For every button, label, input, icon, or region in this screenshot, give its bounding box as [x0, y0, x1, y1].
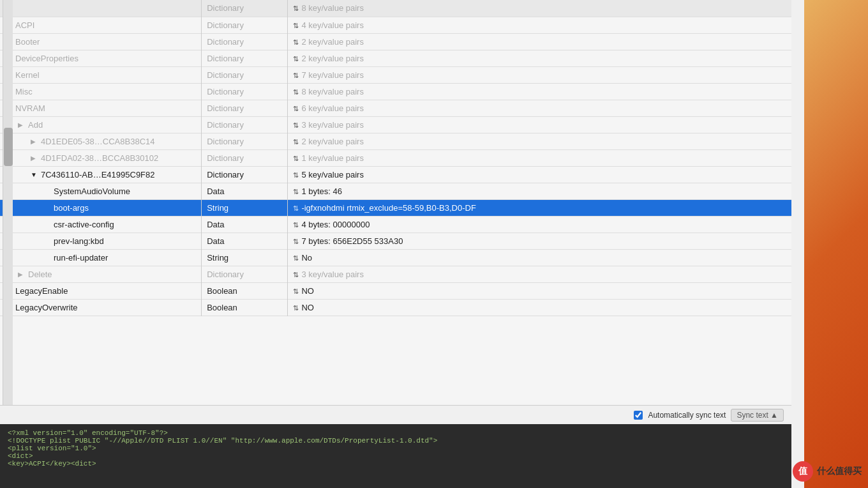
- stepper-icon[interactable]: ⇅: [293, 304, 299, 312]
- value-cell[interactable]: ⇅NO: [288, 282, 791, 299]
- table-row[interactable]: ▶KernelDictionary⇅7 key/value pairs: [0, 66, 791, 83]
- table-row[interactable]: SystemAudioVolumeData⇅1 bytes: 46: [0, 183, 791, 199]
- stepper-icon[interactable]: ⇅: [293, 105, 299, 113]
- value-cell[interactable]: ⇅2 key/value pairs: [288, 33, 791, 50]
- right-decoration: [804, 0, 868, 488]
- type-cell: Dictionary: [202, 66, 288, 83]
- table-row[interactable]: run-efi-updaterString⇅No: [0, 249, 791, 266]
- xml-line: <plist version="1.0">: [8, 445, 784, 452]
- disclosure-icon[interactable]: ▶: [31, 138, 38, 146]
- type-cell: Dictionary: [202, 133, 288, 149]
- table-row[interactable]: ▶4D1EDE05-38…CCA8B38C14Dictionary⇅2 key/…: [0, 133, 791, 149]
- value-cell[interactable]: ⇅1 bytes: 46: [288, 183, 791, 199]
- stepper-icon[interactable]: ⇅: [293, 38, 299, 47]
- table-row[interactable]: ▶DevicePropertiesDictionary⇅2 key/value …: [0, 50, 791, 66]
- key-label: csr-active-config: [54, 220, 114, 229]
- table-row[interactable]: Dictionary⇅8 key/value pairs: [0, 0, 791, 17]
- stepper-icon[interactable]: ⇅: [293, 171, 299, 179]
- value-cell[interactable]: ⇅4 bytes: 00000000: [288, 216, 791, 233]
- table-row[interactable]: ▶AddDictionary⇅3 key/value pairs: [0, 116, 791, 133]
- xml-line: <!DOCTYPE plist PUBLIC "-//Apple//DTD PL…: [8, 437, 784, 445]
- stepper-icon[interactable]: ⇅: [293, 204, 299, 213]
- table-row[interactable]: ▶ACPIDictionary⇅4 key/value pairs: [0, 17, 791, 33]
- type-cell: String: [202, 249, 288, 266]
- stepper-icon[interactable]: ⇅: [293, 155, 299, 163]
- scrollbar-thumb[interactable]: [4, 128, 13, 166]
- table-row[interactable]: ▶DeleteDictionary⇅3 key/value pairs: [0, 266, 791, 282]
- key-cell: ▶4D1EDE05-38…CCA8B38C14: [0, 133, 202, 149]
- watermark-text: 什么值得买: [817, 466, 862, 477]
- key-cell: ▼NVRAM: [0, 100, 202, 116]
- key-label: LegacyOverwrite: [15, 303, 78, 312]
- key-cell: ▶Delete: [0, 266, 202, 282]
- value-label: 1 key/value pairs: [301, 153, 364, 163]
- table-row[interactable]: ▶4D1FDA02-38…BCCA8B30102Dictionary⇅1 key…: [0, 149, 791, 166]
- value-cell[interactable]: ⇅NO: [288, 299, 791, 316]
- value-cell[interactable]: ⇅3 key/value pairs: [288, 116, 791, 133]
- table-row[interactable]: ▼7C436110-AB…E41995C9F82Dictionary⇅5 key…: [0, 166, 791, 183]
- key-label: LegacyEnable: [15, 286, 68, 296]
- stepper-icon[interactable]: ⇅: [293, 121, 299, 130]
- type-cell: Dictionary: [202, 0, 288, 17]
- value-cell[interactable]: ⇅8 key/value pairs: [288, 83, 791, 100]
- sync-checkbox[interactable]: [634, 411, 643, 420]
- key-cell: prev-lang:kbd: [0, 233, 202, 249]
- table-row[interactable]: csr-active-configData⇅4 bytes: 00000000: [0, 216, 791, 233]
- main-container: Dictionary⇅8 key/value pairs▶ACPIDiction…: [0, 0, 804, 488]
- stepper-icon[interactable]: ⇅: [293, 254, 299, 263]
- type-cell: Dictionary: [202, 116, 288, 133]
- value-cell[interactable]: ⇅7 key/value pairs: [288, 66, 791, 83]
- stepper-icon[interactable]: ⇅: [293, 4, 299, 13]
- key-label: Delete: [28, 270, 52, 279]
- value-cell[interactable]: ⇅2 key/value pairs: [288, 133, 791, 149]
- plist-table: Dictionary⇅8 key/value pairs▶ACPIDiction…: [0, 0, 791, 316]
- value-cell[interactable]: ⇅4 key/value pairs: [288, 17, 791, 33]
- stepper-icon[interactable]: ⇅: [293, 221, 299, 229]
- table-row[interactable]: boot-argsString⇅-igfxnohdmi rtmix_exclud…: [0, 199, 791, 216]
- stepper-icon[interactable]: ⇅: [293, 55, 299, 63]
- key-cell: ▼7C436110-AB…E41995C9F82: [0, 166, 202, 183]
- key-label: SystemAudioVolume: [54, 187, 130, 196]
- value-label: 5 key/value pairs: [301, 170, 364, 179]
- stepper-icon[interactable]: ⇅: [293, 238, 299, 246]
- table-row[interactable]: LegacyEnableBoolean⇅NO: [0, 282, 791, 299]
- key-label: prev-lang:kbd: [54, 236, 104, 246]
- value-cell[interactable]: ⇅2 key/value pairs: [288, 50, 791, 66]
- value-cell[interactable]: ⇅No: [288, 249, 791, 266]
- stepper-icon[interactable]: ⇅: [293, 72, 299, 80]
- table-row[interactable]: LegacyOverwriteBoolean⇅NO: [0, 299, 791, 316]
- stepper-icon[interactable]: ⇅: [293, 138, 299, 146]
- table-row[interactable]: ▶BooterDictionary⇅2 key/value pairs: [0, 33, 791, 50]
- scrollbar-right[interactable]: [3, 0, 13, 441]
- stepper-icon[interactable]: ⇅: [293, 22, 299, 30]
- stepper-icon[interactable]: ⇅: [293, 88, 299, 96]
- key-cell: ▶DeviceProperties: [0, 50, 202, 66]
- table-row[interactable]: ▼NVRAMDictionary⇅6 key/value pairs: [0, 100, 791, 116]
- disclosure-icon[interactable]: ▶: [18, 121, 26, 129]
- disclosure-icon[interactable]: ▼: [31, 171, 38, 179]
- disclosure-icon[interactable]: ▶: [31, 155, 38, 162]
- value-cell[interactable]: ⇅8 key/value pairs: [288, 0, 791, 17]
- value-cell[interactable]: ⇅-igfxnohdmi rtmix_exclude=58-59,B0-B3,D…: [288, 199, 791, 216]
- stepper-icon[interactable]: ⇅: [293, 188, 299, 196]
- disclosure-icon[interactable]: ▶: [18, 271, 26, 278]
- stepper-icon[interactable]: ⇅: [293, 287, 299, 296]
- table-row[interactable]: ▶MiscDictionary⇅8 key/value pairs: [0, 83, 791, 100]
- sync-text-button[interactable]: Sync text ▲: [731, 409, 784, 422]
- key-cell: ▶Booter: [0, 33, 202, 50]
- value-cell[interactable]: ⇅5 key/value pairs: [288, 166, 791, 183]
- value-cell[interactable]: ⇅1 key/value pairs: [288, 149, 791, 166]
- key-cell: ▶Misc: [0, 83, 202, 100]
- table-row[interactable]: prev-lang:kbdData⇅7 bytes: 656E2D55 533A…: [0, 233, 791, 249]
- watermark-badge: 值: [793, 461, 813, 482]
- value-cell[interactable]: ⇅6 key/value pairs: [288, 100, 791, 116]
- key-label: Booter: [15, 37, 40, 47]
- type-cell: Boolean: [202, 299, 288, 316]
- value-cell[interactable]: ⇅7 bytes: 656E2D55 533A30: [288, 233, 791, 249]
- stepper-icon[interactable]: ⇅: [293, 271, 299, 279]
- key-cell: run-efi-updater: [0, 249, 202, 266]
- key-label: Add: [28, 120, 43, 130]
- key-cell: boot-args: [0, 199, 202, 216]
- value-label: 7 bytes: 656E2D55 533A30: [301, 236, 403, 246]
- value-cell[interactable]: ⇅3 key/value pairs: [288, 266, 791, 282]
